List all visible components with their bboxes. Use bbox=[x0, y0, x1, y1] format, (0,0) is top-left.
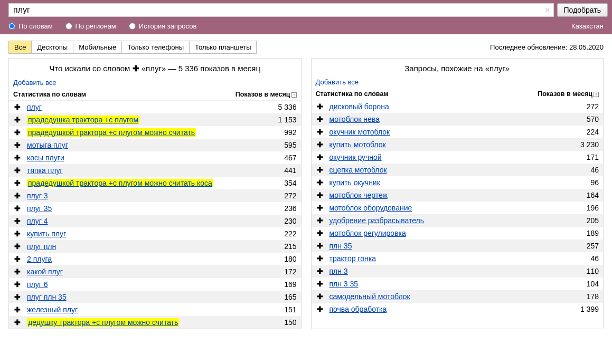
keyword-link[interactable]: самодельный мотоблок bbox=[329, 292, 410, 301]
keyword-row: ✚купить плуг222 bbox=[9, 227, 301, 240]
keyword-link[interactable]: мотоблок чертеж bbox=[329, 191, 388, 199]
filter-by-regions[interactable]: По регионам bbox=[65, 22, 116, 30]
device-tab[interactable]: Только планшеты bbox=[189, 41, 257, 54]
keyword-link[interactable]: плуг 35 bbox=[27, 204, 52, 213]
device-tab[interactable]: Десктопы bbox=[31, 41, 73, 54]
add-keyword-icon[interactable]: ✚ bbox=[13, 191, 22, 200]
keyword-link[interactable]: трактор гонка bbox=[329, 254, 376, 263]
keyword-link[interactable]: дедушку трактора +с плугом можно считать bbox=[27, 318, 179, 327]
keyword-term: дисковый борона bbox=[324, 102, 557, 111]
filter-history[interactable]: История запросов bbox=[129, 22, 197, 30]
keyword-term: почва обработка bbox=[324, 305, 557, 313]
device-tab[interactable]: Мобильные bbox=[73, 41, 122, 54]
add-keyword-icon[interactable]: ✚ bbox=[316, 216, 324, 225]
add-keyword-icon[interactable]: ✚ bbox=[316, 115, 324, 123]
add-keyword-icon[interactable]: ✚ bbox=[13, 267, 22, 276]
keyword-term: 2 плуга bbox=[22, 255, 255, 263]
add-keyword-icon[interactable]: ✚ bbox=[13, 154, 22, 162]
add-keyword-icon[interactable]: ✚ bbox=[316, 292, 324, 301]
filter-by-words-radio[interactable] bbox=[8, 23, 15, 30]
device-tab[interactable]: Только телефоны bbox=[121, 41, 190, 54]
filter-history-radio[interactable] bbox=[129, 23, 136, 30]
keyword-link[interactable]: какой плуг bbox=[27, 267, 63, 276]
keyword-link[interactable]: тяпка плуг bbox=[27, 166, 63, 175]
keyword-link[interactable]: плн 3 35 bbox=[329, 280, 359, 288]
region-label[interactable]: Казахстан bbox=[571, 22, 604, 30]
keyword-link[interactable]: мотоблок оборудование bbox=[329, 204, 412, 212]
keyword-link[interactable]: косы плуги bbox=[27, 154, 64, 162]
keyword-link[interactable]: мотоблок нева bbox=[329, 115, 380, 123]
keyword-link[interactable]: прадедушкой трактора +с плугом можно счи… bbox=[27, 128, 196, 137]
keyword-link[interactable]: плуг плн 35 bbox=[27, 293, 67, 301]
add-keyword-icon[interactable]: ✚ bbox=[13, 318, 22, 327]
keyword-row: ✚плуг 6169 bbox=[9, 278, 301, 291]
add-keyword-icon[interactable]: ✚ bbox=[316, 280, 324, 288]
keyword-link[interactable]: плн 35 bbox=[329, 242, 352, 250]
add-keyword-icon[interactable]: ✚ bbox=[13, 242, 22, 251]
keyword-link[interactable]: мотоблок регулировка bbox=[329, 229, 406, 237]
add-keyword-icon[interactable]: ✚ bbox=[316, 229, 324, 237]
add-keyword-icon[interactable]: ✚ bbox=[13, 103, 22, 111]
keyword-link[interactable]: плуг 4 bbox=[27, 217, 48, 225]
add-keyword-icon[interactable]: ✚ bbox=[13, 305, 22, 314]
keyword-count: 46 bbox=[557, 254, 599, 263]
add-keyword-icon[interactable]: ✚ bbox=[13, 166, 22, 175]
keyword-link[interactable]: железный плуг bbox=[27, 305, 78, 314]
keyword-link[interactable]: плуг 3 bbox=[27, 191, 48, 200]
filter-by-regions-radio[interactable] bbox=[65, 23, 72, 30]
add-keyword-icon[interactable]: ✚ bbox=[13, 179, 22, 187]
add-keyword-icon[interactable]: ✚ bbox=[13, 217, 22, 225]
keyword-link[interactable]: дисковый борона bbox=[329, 102, 389, 111]
keyword-link[interactable]: плуг плн bbox=[27, 242, 56, 251]
right-add-all-link[interactable]: Добавить все bbox=[312, 76, 604, 89]
add-keyword-icon[interactable]: ✚ bbox=[13, 229, 22, 238]
add-keyword-icon[interactable]: ✚ bbox=[13, 116, 22, 124]
add-keyword-icon[interactable]: ✚ bbox=[316, 140, 324, 149]
help-icon[interactable]: ? bbox=[594, 92, 599, 97]
search-input[interactable] bbox=[8, 3, 554, 17]
device-tab[interactable]: Все bbox=[8, 41, 32, 54]
keyword-link[interactable]: купить мотоблок bbox=[329, 140, 386, 149]
add-keyword-icon[interactable]: ✚ bbox=[316, 204, 324, 212]
add-keyword-icon[interactable]: ✚ bbox=[316, 178, 324, 187]
add-keyword-icon[interactable]: ✚ bbox=[316, 305, 324, 313]
keyword-count: 180 bbox=[255, 255, 297, 263]
add-keyword-icon[interactable]: ✚ bbox=[13, 255, 22, 263]
keyword-link[interactable]: мотыга плуг bbox=[27, 141, 68, 149]
keyword-link[interactable]: удобрение разбрасыватель bbox=[329, 216, 424, 225]
add-keyword-icon[interactable]: ✚ bbox=[316, 102, 324, 111]
keyword-link[interactable]: прадедушкой трактора +с плугом можно счи… bbox=[27, 179, 213, 187]
add-keyword-icon[interactable]: ✚ bbox=[316, 191, 324, 199]
filter-by-words[interactable]: По словам bbox=[8, 22, 53, 30]
keyword-link[interactable]: купить окучник bbox=[329, 178, 380, 187]
submit-button[interactable]: Подобрать bbox=[557, 3, 608, 17]
add-keyword-icon[interactable]: ✚ bbox=[13, 128, 22, 137]
clear-input-icon[interactable]: ✕ bbox=[543, 6, 552, 14]
add-keyword-icon[interactable]: ✚ bbox=[316, 166, 324, 174]
add-keyword-icon[interactable]: ✚ bbox=[13, 204, 22, 213]
add-keyword-icon[interactable]: ✚ bbox=[316, 153, 324, 161]
add-keyword-icon[interactable]: ✚ bbox=[316, 128, 324, 136]
keyword-count: 222 bbox=[255, 229, 297, 238]
add-keyword-icon[interactable]: ✚ bbox=[13, 293, 22, 301]
keyword-link[interactable]: 2 плуга bbox=[27, 255, 52, 263]
left-add-all-link[interactable]: Добавить все bbox=[9, 76, 301, 90]
keyword-link[interactable]: плн 3 bbox=[329, 267, 348, 275]
add-keyword-icon[interactable]: ✚ bbox=[316, 242, 324, 250]
keyword-link[interactable]: почва обработка bbox=[329, 305, 387, 313]
keyword-link[interactable]: окучник мотоблок bbox=[329, 128, 390, 136]
keyword-link[interactable]: плуг 6 bbox=[27, 280, 48, 289]
keyword-link[interactable]: сцепка мотоблок bbox=[329, 166, 387, 174]
help-icon[interactable]: ? bbox=[291, 92, 297, 98]
keyword-count: 169 bbox=[255, 280, 297, 289]
add-keyword-icon[interactable]: ✚ bbox=[316, 267, 324, 275]
add-keyword-icon[interactable]: ✚ bbox=[13, 280, 22, 289]
add-keyword-icon[interactable]: ✚ bbox=[316, 254, 324, 263]
keyword-link[interactable]: купить плуг bbox=[27, 229, 66, 238]
keyword-term: мотоблок регулировка bbox=[324, 229, 557, 237]
keyword-link[interactable]: прадедушка трактора +с плугом bbox=[27, 116, 139, 124]
keyword-count: 5 336 bbox=[255, 103, 297, 111]
keyword-link[interactable]: плуг bbox=[27, 103, 42, 111]
keyword-link[interactable]: окучник ручной bbox=[329, 153, 382, 161]
add-keyword-icon[interactable]: ✚ bbox=[13, 141, 22, 149]
